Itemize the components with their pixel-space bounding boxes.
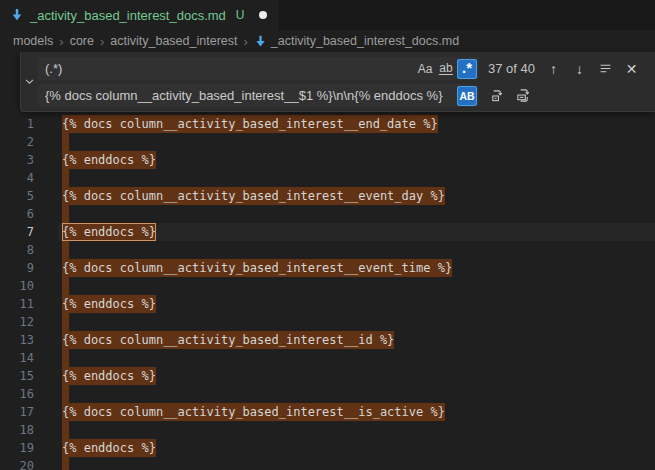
chevron-right-icon: ›: [238, 34, 252, 49]
replace-input[interactable]: {% docs column__activity_based_interest_…: [38, 84, 479, 107]
code-line[interactable]: 11{% enddocs %}: [0, 295, 655, 313]
find-nav-buttons: ↑ ↓ ✕: [543, 58, 642, 79]
line-number[interactable]: 6: [0, 205, 34, 223]
code-line[interactable]: 13{% docs column__activity_based_interes…: [0, 331, 655, 349]
chevron-right-icon: ›: [54, 34, 68, 49]
breadcrumb-item-core[interactable]: core: [69, 34, 95, 48]
find-input[interactable]: (.*) Aa ab .*: [38, 57, 479, 80]
line-number[interactable]: 18: [0, 421, 34, 439]
line-number[interactable]: 19: [0, 439, 34, 457]
line-number[interactable]: 11: [0, 295, 34, 313]
find-in-selection-button[interactable]: [595, 58, 616, 79]
code-line[interactable]: 10: [0, 277, 655, 295]
line-number[interactable]: 4: [0, 169, 34, 187]
arrow-up-icon: ↑: [550, 61, 557, 77]
code-line[interactable]: 7{% enddocs %}: [0, 223, 655, 241]
line-text: [62, 277, 69, 295]
replace-row: {% docs column__activity_based_interest_…: [38, 84, 649, 107]
find-match-empty: [62, 241, 69, 259]
line-number[interactable]: 10: [0, 277, 34, 295]
chevron-right-icon: ›: [95, 34, 109, 49]
find-match: {% docs column__activity_based_interest_…: [62, 259, 452, 277]
editor[interactable]: 1{% docs column__activity_based_interest…: [0, 52, 655, 470]
code-line[interactable]: 20: [0, 457, 655, 470]
line-number[interactable]: 7: [0, 223, 34, 241]
line-text: [62, 205, 69, 223]
code-line[interactable]: 15{% enddocs %}: [0, 367, 655, 385]
find-match: {% docs column__activity_based_interest_…: [62, 403, 445, 421]
find-match: {% enddocs %}: [62, 367, 156, 385]
match-count: 37 of 40: [488, 61, 535, 76]
line-text: [62, 313, 69, 331]
find-match: {% docs column__activity_based_interest_…: [62, 187, 445, 205]
find-match-empty: [62, 169, 69, 187]
find-previous-button[interactable]: ↑: [543, 58, 564, 79]
code-line[interactable]: 4: [0, 169, 655, 187]
line-text: {% enddocs %}: [62, 439, 156, 457]
breadcrumb-item-activity-based-interest[interactable]: activity_based_interest: [109, 34, 238, 48]
line-number[interactable]: 1: [0, 115, 34, 133]
markdown-file-icon: [10, 8, 24, 22]
line-number[interactable]: 5: [0, 187, 34, 205]
line-number[interactable]: 2: [0, 133, 34, 151]
line-number[interactable]: 14: [0, 349, 34, 367]
code-line[interactable]: 17{% docs column__activity_based_interes…: [0, 403, 655, 421]
breadcrumb-file-label: _activity_based_interest_docs.md: [271, 34, 459, 48]
line-number[interactable]: 12: [0, 313, 34, 331]
find-next-button[interactable]: ↓: [569, 58, 590, 79]
regex-toggle[interactable]: .*: [457, 59, 477, 79]
modified-dot-icon[interactable]: [259, 11, 267, 19]
code-line[interactable]: 18: [0, 421, 655, 439]
code-line[interactable]: 16: [0, 385, 655, 403]
chevron-down-icon: [24, 76, 35, 87]
line-number[interactable]: 15: [0, 367, 34, 385]
markdown-file-icon: [254, 35, 267, 48]
line-text: {% docs column__activity_based_interest_…: [62, 331, 394, 349]
breadcrumb-item-file[interactable]: _activity_based_interest_docs.md: [253, 34, 460, 48]
line-number[interactable]: 17: [0, 403, 34, 421]
find-match: {% enddocs %}: [62, 151, 156, 169]
line-number[interactable]: 20: [0, 457, 34, 470]
code-line[interactable]: 9{% docs column__activity_based_interest…: [0, 259, 655, 277]
line-number[interactable]: 16: [0, 385, 34, 403]
line-text: {% enddocs %}: [62, 151, 156, 169]
line-text: {% docs column__activity_based_interest_…: [62, 403, 445, 421]
code-line[interactable]: 14: [0, 349, 655, 367]
breadcrumb-item-models[interactable]: models: [12, 34, 54, 48]
whole-word-icon: ab: [439, 63, 452, 75]
line-number[interactable]: 13: [0, 331, 34, 349]
code-line[interactable]: 6: [0, 205, 655, 223]
replace-button[interactable]: [487, 85, 508, 106]
code-line[interactable]: 12: [0, 313, 655, 331]
code-line[interactable]: 8: [0, 241, 655, 259]
match-case-toggle[interactable]: Aa: [415, 59, 435, 79]
line-text: {% enddocs %}: [62, 223, 156, 241]
find-match-empty: [62, 313, 69, 331]
toggle-replace-button[interactable]: [21, 52, 38, 111]
close-find-button[interactable]: ✕: [621, 58, 642, 79]
editor-tab[interactable]: _activity_based_interest_docs.md U: [0, 0, 279, 30]
line-text: {% docs column__activity_based_interest_…: [62, 115, 438, 133]
match-case-icon: Aa: [418, 62, 433, 76]
line-number[interactable]: 3: [0, 151, 34, 169]
preserve-case-toggle[interactable]: AB: [457, 86, 477, 106]
code-line[interactable]: 1{% docs column__activity_based_interest…: [0, 115, 655, 133]
line-number[interactable]: 9: [0, 259, 34, 277]
find-widget-rows: (.*) Aa ab .* 37 of 40 ↑ ↓ ✕ {% docs col…: [38, 52, 655, 111]
line-number[interactable]: 8: [0, 241, 34, 259]
line-text: [62, 349, 69, 367]
code-line[interactable]: 19{% enddocs %}: [0, 439, 655, 457]
git-status-badge: U: [236, 8, 245, 22]
find-match-empty: [62, 421, 69, 439]
selection-lines-icon: [599, 62, 612, 75]
line-text: [62, 241, 69, 259]
code-line[interactable]: 2: [0, 133, 655, 151]
code-line[interactable]: 3{% enddocs %}: [0, 151, 655, 169]
code-line[interactable]: 5{% docs column__activity_based_interest…: [0, 187, 655, 205]
whole-word-toggle[interactable]: ab: [436, 59, 456, 79]
breadcrumb: models › core › activity_based_interest …: [0, 30, 655, 52]
replace-icon: [490, 88, 505, 103]
find-match: {% enddocs %}: [62, 439, 156, 457]
find-match-empty: [62, 205, 69, 223]
replace-all-button[interactable]: [513, 85, 534, 106]
